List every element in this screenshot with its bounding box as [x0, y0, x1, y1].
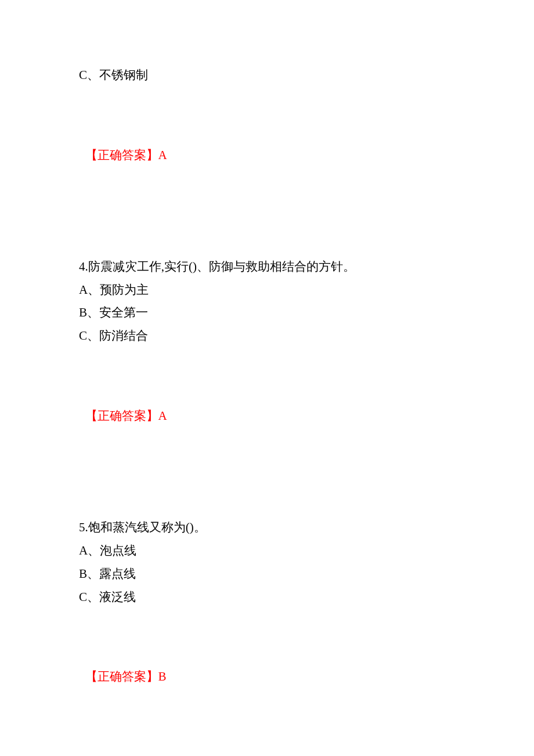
q5-option-b: B、露点线	[79, 563, 455, 586]
q3-answer-label: 【正确答案】	[85, 148, 158, 162]
q4-stem: 4.防震减灾工作,实行()、防御与救助相结合的方针。	[79, 255, 455, 279]
q5-option-a: A、泡点线	[79, 539, 455, 563]
q4-answer-label: 【正确答案】	[85, 409, 158, 423]
q3-answer: 【正确答案】A	[79, 121, 455, 167]
q5-answer-value: B	[158, 669, 167, 683]
q4-answer-value: A	[158, 409, 167, 423]
q5-stem: 5.饱和蒸汽线又称为()。	[79, 516, 455, 539]
q3-answer-value: A	[158, 148, 167, 162]
q4-answer: 【正确答案】A	[79, 381, 455, 428]
q5-answer: 【正确答案】B	[79, 643, 455, 689]
q5-answer-label: 【正确答案】	[85, 669, 158, 683]
q4-option-b: B、安全第一	[79, 301, 455, 325]
q5-option-c: C、液泛线	[79, 586, 455, 609]
q4-option-a: A、预防为主	[79, 279, 455, 302]
q3-option-c: C、不锈钢制	[79, 64, 455, 87]
q4-option-c: C、防消结合	[79, 325, 455, 348]
